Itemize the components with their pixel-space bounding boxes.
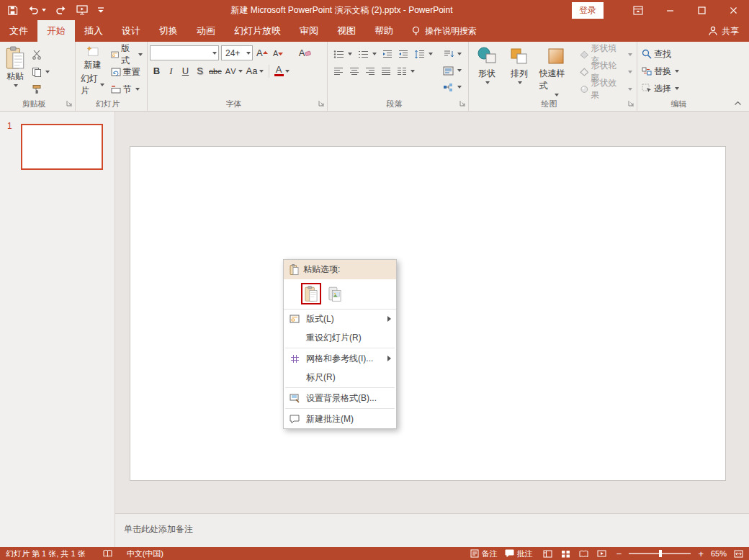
justify-button[interactable] xyxy=(379,63,393,79)
increase-indent-button[interactable] xyxy=(396,46,411,62)
font-color-button[interactable]: A xyxy=(273,63,291,78)
share-button[interactable]: 共享 xyxy=(698,20,749,42)
decrease-indent-button[interactable] xyxy=(380,46,395,62)
slideshow-view-button[interactable] xyxy=(597,550,606,558)
shapes-button[interactable]: 形状 xyxy=(471,44,502,99)
reset-label: 重置 xyxy=(123,66,140,78)
tab-review[interactable]: 审阅 xyxy=(290,20,328,42)
save-button[interactable] xyxy=(7,5,18,16)
menu-item-reset-slide-label: 重设幻灯片(R) xyxy=(306,332,362,344)
copy-button[interactable] xyxy=(30,64,52,80)
font-size-combo[interactable]: 24+ xyxy=(221,45,253,60)
slide-canvas[interactable]: 粘贴选项: xyxy=(115,112,749,513)
paste-button[interactable]: 粘贴 xyxy=(2,44,28,99)
align-center-button[interactable] xyxy=(347,63,362,79)
notes-toggle-button[interactable]: 备注 xyxy=(470,548,498,559)
quick-styles-button[interactable]: 快速样式 xyxy=(537,44,576,99)
tab-view[interactable]: 视图 xyxy=(328,20,365,42)
comments-toggle-button[interactable]: 批注 xyxy=(505,548,533,559)
menu-item-layout[interactable]: 版式(L) xyxy=(284,310,396,328)
reading-view-button[interactable] xyxy=(579,550,588,558)
normal-view-button[interactable] xyxy=(543,550,552,558)
zoom-level-button[interactable]: 65% xyxy=(711,549,727,558)
paste-keep-formatting-button[interactable] xyxy=(304,286,318,302)
columns-button[interactable] xyxy=(395,63,417,79)
minimize-icon xyxy=(666,6,674,14)
arrange-button[interactable]: 排列 xyxy=(503,44,534,99)
tell-me-search[interactable]: 操作说明搜索 xyxy=(403,20,485,42)
tab-insert[interactable]: 插入 xyxy=(75,20,112,42)
minimize-button[interactable] xyxy=(654,0,686,20)
undo-button[interactable] xyxy=(27,5,46,15)
tab-design[interactable]: 设计 xyxy=(112,20,150,42)
bullets-button[interactable] xyxy=(331,46,354,62)
underline-button[interactable]: U xyxy=(179,63,192,78)
align-text-button[interactable] xyxy=(441,63,464,78)
align-left-button[interactable] xyxy=(331,63,346,79)
grow-font-button[interactable]: A xyxy=(255,45,269,60)
numbering-button[interactable] xyxy=(356,46,379,62)
tab-home[interactable]: 开始 xyxy=(37,20,75,42)
notes-pane[interactable]: 单击此处添加备注 xyxy=(115,513,749,547)
close-button[interactable] xyxy=(717,0,749,20)
text-direction-button[interactable] xyxy=(441,46,464,62)
character-spacing-button[interactable]: AV xyxy=(224,63,244,78)
select-button[interactable]: 选择 xyxy=(640,81,718,96)
language-button[interactable]: 中文(中国) xyxy=(127,548,163,559)
menu-item-new-comment[interactable]: 新建批注(M) xyxy=(284,410,396,428)
strikethrough-button[interactable]: abc xyxy=(207,63,223,78)
menu-item-format-background[interactable]: 设置背景格式(B)... xyxy=(284,389,396,407)
slide[interactable] xyxy=(130,146,726,481)
slide-sorter-view-button[interactable] xyxy=(561,550,570,558)
dialog-launcher-icon xyxy=(66,100,73,107)
clear-formatting-button[interactable]: A xyxy=(297,45,313,60)
replace-button[interactable]: 替换 xyxy=(640,63,718,79)
section-button[interactable]: 节 xyxy=(109,81,145,97)
menu-item-grid-guides[interactable]: 网格和参考线(I)... xyxy=(284,349,396,368)
collapse-ribbon-button[interactable] xyxy=(734,98,742,108)
menu-item-reset-slide[interactable]: 重设幻灯片(R) xyxy=(284,328,396,347)
drawing-dialog-launcher[interactable] xyxy=(628,99,634,109)
slide-counter[interactable]: 幻灯片 第 1 张, 共 1 张 xyxy=(6,548,86,559)
start-slideshow-button[interactable] xyxy=(76,5,88,15)
fit-slide-to-window-button[interactable] xyxy=(734,550,743,558)
paragraph-dialog-launcher[interactable] xyxy=(459,99,466,109)
paste-as-picture-button[interactable] xyxy=(328,286,342,302)
login-button[interactable]: 登录 xyxy=(572,2,604,19)
menu-item-ruler[interactable]: 标尺(R) xyxy=(284,368,396,387)
customize-qat-button[interactable] xyxy=(97,6,104,14)
tab-help[interactable]: 帮助 xyxy=(365,20,403,42)
tab-file[interactable]: 文件 xyxy=(0,20,37,42)
font-dialog-launcher[interactable] xyxy=(318,99,325,109)
tab-animations[interactable]: 动画 xyxy=(187,20,225,42)
redo-button[interactable] xyxy=(55,5,67,15)
find-button[interactable]: 查找 xyxy=(640,46,718,62)
convert-smartart-button[interactable] xyxy=(441,79,464,95)
change-case-button[interactable]: Aa xyxy=(245,63,265,78)
text-shadow-button[interactable]: S xyxy=(193,63,207,78)
font-name-combo[interactable] xyxy=(150,45,219,60)
zoom-in-button[interactable]: + xyxy=(698,549,704,559)
notes-placeholder: 单击此处添加备注 xyxy=(124,524,193,534)
align-right-button[interactable] xyxy=(363,63,377,79)
zoom-slider[interactable] xyxy=(629,553,691,554)
tab-slideshow[interactable]: 幻灯片放映 xyxy=(225,20,290,42)
tab-transitions[interactable]: 切换 xyxy=(150,20,187,42)
bold-button[interactable]: B xyxy=(150,63,163,78)
new-slide-button[interactable]: 新建 幻灯片 xyxy=(78,44,107,99)
slide-thumbnail[interactable] xyxy=(21,124,103,170)
italic-button[interactable]: I xyxy=(164,63,178,78)
ribbon-display-options-button[interactable] xyxy=(622,0,654,20)
maximize-button[interactable] xyxy=(686,0,717,20)
cut-button[interactable] xyxy=(30,47,52,63)
zoom-slider-thumb[interactable] xyxy=(659,550,662,557)
format-painter-button[interactable] xyxy=(30,81,52,97)
layout-button[interactable]: 版式 xyxy=(109,47,145,63)
zoom-out-button[interactable]: − xyxy=(616,549,622,559)
spellcheck-button[interactable] xyxy=(103,549,112,558)
line-spacing-button[interactable] xyxy=(412,46,435,62)
clipboard-dialog-launcher[interactable] xyxy=(66,99,73,109)
reset-button[interactable]: 重置 xyxy=(109,64,145,80)
shrink-font-button[interactable]: A xyxy=(272,45,285,60)
shape-effects-button[interactable]: 形状效果 xyxy=(578,81,634,97)
